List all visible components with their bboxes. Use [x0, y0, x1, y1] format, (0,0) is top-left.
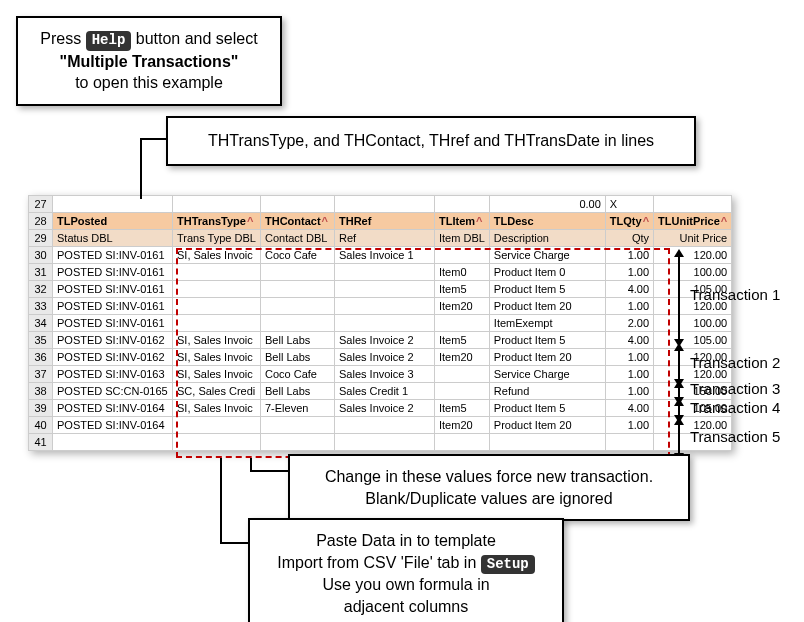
text: THTransType, and THContact, THref and TH…	[208, 132, 654, 149]
transaction-label-1: Transaction 1	[690, 286, 780, 303]
table-row: 37POSTED SI:INV-0163SI, Sales InvoicCoco…	[29, 366, 732, 383]
setup-pill: Setup	[481, 555, 535, 575]
transaction-label-2: Transaction 2	[690, 354, 780, 371]
text: Paste Data in to template	[266, 530, 546, 552]
header-row-codes: 28 TLPosted THTransType^ THContact^ THRe…	[29, 213, 732, 230]
text: Press	[40, 30, 85, 47]
text: to open this example	[75, 74, 223, 91]
transaction-label-5: Transaction 5	[690, 428, 780, 445]
table-row: 31POSTED SI:INV-0161Item0Product Item 01…	[29, 264, 732, 281]
text: button and select	[136, 30, 258, 47]
table-row: 40POSTED SI:INV-0164Item20Product Item 2…	[29, 417, 732, 434]
row-number: 27	[29, 196, 53, 213]
callout-paste-import: Paste Data in to template Import from CS…	[248, 518, 564, 622]
text: Use you own formula in	[266, 574, 546, 596]
table-row: 32POSTED SI:INV-0161Item5Product Item 54…	[29, 281, 732, 298]
status-flag: X	[605, 196, 653, 213]
table-row: 30POSTED SI:INV-0161SI, Sales InvoicCoco…	[29, 247, 732, 264]
callout-help: Press Help button and select "Multiple T…	[16, 16, 282, 106]
callout-change-rule: Change in these values force new transac…	[288, 454, 690, 521]
table-row: 34POSTED SI:INV-0161ItemExempt2.00100.00	[29, 315, 732, 332]
text: Blank/Duplicate values are ignored	[306, 488, 672, 510]
table-row: 35POSTED SI:INV-0162SI, Sales InvoicBell…	[29, 332, 732, 349]
transaction-label-3: Transaction 3	[690, 380, 780, 397]
text: adjacent columns	[266, 596, 546, 618]
help-button-pill: Help	[86, 31, 132, 51]
text: "Multiple Transactions"	[60, 53, 239, 70]
transaction-label-4: Transaction 4	[690, 399, 780, 416]
callout-header-fields: THTransType, and THContact, THref and TH…	[166, 116, 696, 166]
header-row-labels: 29 Status DBL Trans Type DBL Contact DBL…	[29, 230, 732, 247]
status-value: 0.00	[489, 196, 605, 213]
text: Import from CSV 'File' tab in	[277, 554, 481, 571]
table-row: 39POSTED SI:INV-0164SI, Sales Invoic7-El…	[29, 400, 732, 417]
table-row: 33POSTED SI:INV-0161Item20Product Item 2…	[29, 298, 732, 315]
text: Change in these values force new transac…	[306, 466, 672, 488]
spreadsheet-table: 27 0.00 X 28 TLPosted THTransType^ THCon…	[28, 195, 732, 451]
table-row: 36POSTED SI:INV-0162SI, Sales InvoicBell…	[29, 349, 732, 366]
table-row: 38POSTED SC:CN-0165SC, Sales CrediBell L…	[29, 383, 732, 400]
